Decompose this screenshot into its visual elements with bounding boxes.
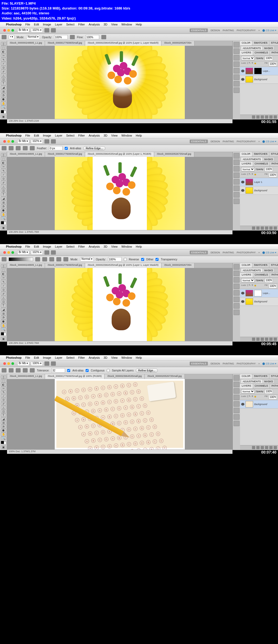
document-tab[interactable]: iStock_000002052673Sn <box>161 263 195 268</box>
sel-add-icon[interactable] <box>16 368 21 373</box>
menu-item[interactable]: Select <box>66 356 75 359</box>
layers-tab[interactable]: CHANNELS <box>253 384 270 389</box>
layer-action-icon[interactable] <box>269 115 273 119</box>
menu-item[interactable]: Help <box>136 245 142 248</box>
tool-1[interactable]: ⬚ <box>1 46 6 50</box>
opacity-input[interactable] <box>108 257 122 261</box>
document-tab[interactable]: iStock_000001776090Small.jpg @ 100% (RGB… <box>45 374 105 379</box>
tool-7[interactable]: ✐ <box>1 70 6 73</box>
layer-row[interactable]: Background <box>240 400 278 409</box>
quickmask-toggle[interactable]: ▣ <box>1 337 6 341</box>
maximize-icon[interactable] <box>11 29 14 32</box>
workspace-tab[interactable]: PAINTING <box>223 140 234 143</box>
panel-icon-3[interactable] <box>234 62 240 67</box>
document-tab[interactable]: iStock_000002396453Small.jpg @ 102% (Lay… <box>85 41 161 46</box>
document-tab[interactable]: iStock_000001776090Small.jpg <box>45 152 85 157</box>
tool-13[interactable]: ◔ <box>1 93 6 97</box>
tool-9[interactable]: ⊡ <box>1 410 6 413</box>
layers-tab[interactable]: LAYERS <box>240 51 253 55</box>
tool-11[interactable]: ◢ <box>1 86 6 89</box>
document-tab[interactable]: iStock_000002052673Small.jpg <box>145 374 185 379</box>
cslive-button[interactable]: ⬤ CS Live ▾ <box>262 140 276 143</box>
panel-icon-0[interactable] <box>234 375 240 381</box>
menu-item[interactable]: Image <box>43 245 51 248</box>
reverse-checkbox[interactable] <box>124 258 127 261</box>
layer-action-icon[interactable] <box>256 226 260 230</box>
menu-item[interactable]: Layer <box>55 134 63 137</box>
more-icon[interactable]: » <box>258 362 260 365</box>
panel-icon-4[interactable] <box>234 68 240 73</box>
tool-6[interactable]: ⊙ <box>1 398 6 402</box>
workspace-tab[interactable]: PAINTING <box>223 29 234 32</box>
panel-tab[interactable]: SWATCHES <box>252 263 269 268</box>
blend-mode-select[interactable]: Normal <box>241 389 255 393</box>
workspace-tab[interactable]: PHOTOGRAPHY <box>237 251 256 254</box>
menu-item[interactable]: 3D <box>104 134 107 137</box>
panel-icon-7[interactable] <box>234 199 240 204</box>
menu-item[interactable]: Edit <box>34 134 39 137</box>
tool-12[interactable]: ⊞ <box>1 312 6 315</box>
tool-3[interactable]: ✂ <box>1 165 6 169</box>
antialias-checkbox[interactable] <box>67 369 70 372</box>
layer-action-icon[interactable] <box>252 446 255 449</box>
layer-row[interactable]: Background <box>240 186 278 195</box>
panel-icon-3[interactable] <box>234 395 240 400</box>
menu-item[interactable]: Filter <box>78 356 85 359</box>
tool-16[interactable]: 🔍 <box>1 328 6 331</box>
visibility-icon[interactable] <box>241 292 244 295</box>
menu-item[interactable]: File <box>25 245 30 248</box>
minimize-icon[interactable] <box>7 29 10 32</box>
menu-item[interactable]: Edit <box>34 356 39 359</box>
tool-6[interactable]: ⊙ <box>1 288 6 292</box>
panel-icon-2[interactable] <box>234 166 240 171</box>
menu-item[interactable]: File <box>25 134 30 137</box>
tool-15[interactable]: ✋ <box>1 432 6 436</box>
panel-icon-0[interactable] <box>234 42 240 47</box>
layers-tab[interactable]: LAYERS <box>240 384 253 389</box>
layer-action-icon[interactable] <box>252 226 255 230</box>
opacity-input[interactable] <box>54 35 68 39</box>
layer-action-icon[interactable] <box>269 226 273 230</box>
menu-item[interactable]: Analysis <box>89 356 100 359</box>
tool-8[interactable]: △ <box>1 74 6 77</box>
panel-icon-7[interactable] <box>234 421 240 426</box>
tool-3[interactable]: ✂ <box>1 387 6 390</box>
layer-action-icon[interactable] <box>265 115 268 119</box>
menu-item[interactable]: View <box>111 245 118 248</box>
tool-10[interactable]: T <box>1 304 6 308</box>
adj-tab[interactable]: ADJUSTMENTS <box>241 380 263 383</box>
fill-input[interactable] <box>269 62 277 66</box>
layer-action-icon[interactable] <box>256 115 260 119</box>
panel-tab[interactable]: STYLES <box>269 374 278 379</box>
menu-item[interactable]: Image <box>43 134 51 137</box>
tool-15[interactable]: ✋ <box>1 212 6 216</box>
panel-icon-7[interactable] <box>234 310 240 315</box>
tool-8[interactable]: △ <box>1 406 6 409</box>
quickmask-toggle[interactable]: ▣ <box>1 445 6 449</box>
panel-icon-2[interactable] <box>234 55 240 60</box>
tolerance-input[interactable] <box>51 368 65 373</box>
visibility-icon[interactable] <box>241 300 244 303</box>
diamond-grad-icon[interactable] <box>63 257 68 261</box>
workspace-tab[interactable]: PHOTOGRAPHY <box>237 140 256 143</box>
panel-icon-5[interactable] <box>234 297 240 302</box>
screen-mode-icon[interactable] <box>51 139 56 144</box>
fg-bg-colors[interactable] <box>1 110 6 114</box>
layer-action-icon[interactable] <box>252 338 255 341</box>
flow-input[interactable] <box>86 35 99 39</box>
workspace-tab[interactable]: PHOTOGRAPHY <box>237 362 256 365</box>
opacity-input[interactable] <box>265 278 273 283</box>
tool-2[interactable]: ◐ <box>1 161 6 165</box>
tool-9[interactable]: ⊡ <box>1 189 6 193</box>
menu-item[interactable]: Edit <box>34 23 39 26</box>
menu-item[interactable]: Window <box>121 356 132 359</box>
fg-bg-colors[interactable] <box>1 221 6 225</box>
menu-item[interactable]: File <box>25 356 30 359</box>
layer-row[interactable]: Background <box>240 75 278 84</box>
layer-action-icon[interactable] <box>256 338 260 341</box>
panel-icon-5[interactable] <box>234 75 240 80</box>
layer-row[interactable]: Laye... <box>240 67 278 75</box>
tool-1[interactable]: ⬚ <box>1 157 6 161</box>
tool-9[interactable]: ⊡ <box>1 300 6 304</box>
tool-10[interactable]: T <box>1 193 6 196</box>
